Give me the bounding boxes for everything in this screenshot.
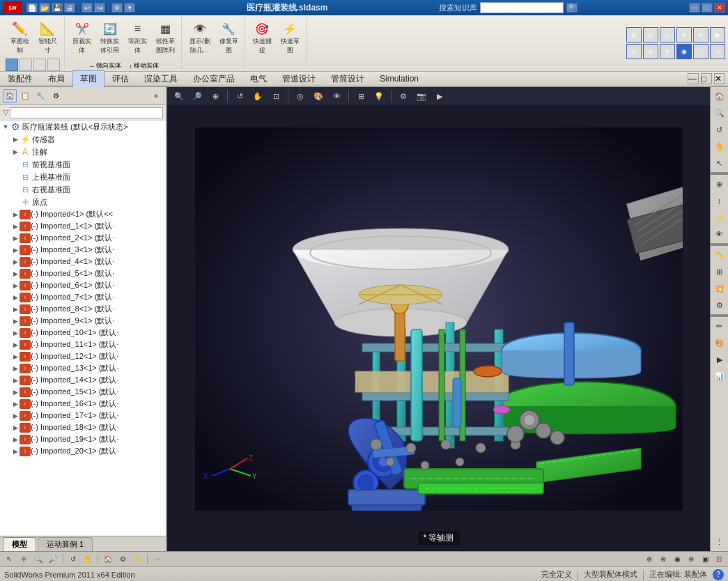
menu-electrical[interactable]: 电气 <box>242 70 274 88</box>
panel-close-btn[interactable]: ✕ <box>714 73 725 84</box>
panel-btn-feature[interactable]: 📋 <box>18 89 32 103</box>
sidebar-btn-home[interactable]: 🏠 <box>712 88 727 104</box>
sidebar-btn-measure[interactable]: 📏 <box>712 247 727 263</box>
tree-origin[interactable]: ✛ 原点 <box>10 196 166 208</box>
sidebar-btn-pan[interactable]: ✋ <box>712 139 727 154</box>
print-btn[interactable]: 🖨 <box>64 3 75 13</box>
redo-btn[interactable]: ↪ <box>94 3 105 13</box>
tree-imported-5[interactable]: ▶ i (-) Imported_5<1> (默认· <box>10 268 166 279</box>
model-tab[interactable]: 模型 <box>3 537 36 551</box>
sidebar-btn-motion[interactable]: ▶ <box>712 352 727 367</box>
menu-sketch[interactable]: 草图 <box>72 70 104 88</box>
tree-imported-9[interactable]: ▶ i (-) Imported_9<1> (默认· <box>10 315 166 327</box>
tool-part[interactable]: 🏠 <box>102 553 114 566</box>
tool-pan[interactable]: ✋ <box>82 553 94 566</box>
status-icon-5[interactable]: ▣ <box>699 553 711 566</box>
statusbar-help[interactable]: ? <box>713 569 724 580</box>
vp-camera[interactable]: 📷 <box>414 88 429 104</box>
sidebar-btn-design[interactable]: ✏ <box>712 318 727 334</box>
tree-imported-11[interactable]: ▶ i (-) Imported_11<1> (默认· <box>10 339 166 350</box>
tb-btn-2[interactable]: ⊟ <box>643 27 658 42</box>
menu-assembly[interactable]: 装配件 <box>0 70 40 88</box>
sidebar-btn-hide[interactable]: 👁 <box>712 226 727 242</box>
sidebar-btn-sim[interactable]: 📊 <box>712 369 727 384</box>
tool-select[interactable]: ↖ <box>3 553 15 566</box>
tool-measure[interactable]: 📏 <box>131 553 144 566</box>
vp-view-orient[interactable]: ◎ <box>293 88 308 104</box>
filter-input[interactable] <box>10 107 163 118</box>
sidebar-btn-rotate[interactable]: ↺ <box>712 122 727 137</box>
sidebar-btn-config[interactable]: ⚙ <box>712 297 727 313</box>
viewport[interactable]: 🔍 🔎 ⊕ ↺ ✋ ⊡ ◎ 🎨 👁 ⊞ 💡 ⚙ 📷 ▶ <box>167 87 710 551</box>
tree-imported-15[interactable]: ▶ i (-) Imported_15<1> (默认· <box>10 386 166 398</box>
repair-btn[interactable]: 🔧 修复草图 <box>216 18 242 57</box>
tool-assembly[interactable]: ⚙ <box>116 553 129 566</box>
panel-restore-btn[interactable]: □ <box>701 73 712 84</box>
tree-notes[interactable]: ▶ A 注解 <box>10 146 166 158</box>
vp-extra[interactable]: ▶ <box>432 88 447 104</box>
tool-cursor[interactable]: ✛ <box>17 553 30 566</box>
menu-office[interactable]: 办公室产品 <box>185 70 242 88</box>
vp-pan[interactable]: ✋ <box>250 88 265 104</box>
undo-btn[interactable]: ↩ <box>82 3 93 13</box>
tree-imported-19[interactable]: ▶ i (-) Imported_19<1> (默认· <box>10 433 166 445</box>
tb-btn-4[interactable]: ⊕ <box>676 27 692 42</box>
maximize-btn[interactable]: □ <box>702 3 713 13</box>
tb-btn-11[interactable]: ◌ <box>693 44 708 59</box>
menu-simulation[interactable]: Simulation <box>372 71 426 86</box>
save-btn[interactable]: 💾 <box>52 3 63 13</box>
tree-imported-17[interactable]: ▶ i (-) Imported_17<1> (默认· <box>10 410 166 421</box>
vp-display-style[interactable]: 🎨 <box>311 88 326 104</box>
vp-lighting[interactable]: 💡 <box>371 88 387 104</box>
tree-imported-4[interactable]: ▶ i (-) Imported_4<1> (默认· <box>10 256 166 268</box>
sidebar-btn-select[interactable]: ↖ <box>712 155 727 171</box>
menu-piping[interactable]: 管道设计 <box>274 70 323 88</box>
vp-zoom-in[interactable]: 🔍 <box>171 88 187 104</box>
tool-zoom-in[interactable]: 🔍 <box>32 553 45 566</box>
tree-top-plane[interactable]: ⊟ 上视基准面 <box>10 171 166 183</box>
tree-imported-7[interactable]: ▶ i (-) Imported_7<1> (默认· <box>10 291 166 303</box>
status-icon-4[interactable]: ⊛ <box>685 553 697 566</box>
expand-btn[interactable]: » <box>710 44 725 59</box>
offset-btn[interactable]: ≡ 等距实体 <box>125 18 150 57</box>
tb-btn-3[interactable]: ◎ <box>660 27 675 42</box>
status-icon-6[interactable]: ⊡ <box>713 553 725 566</box>
arc-tool[interactable] <box>47 59 60 71</box>
menu-tube[interactable]: 管筒设计 <box>323 70 372 88</box>
tree-imported-20[interactable]: ▶ i (-) Imported_20<1> (默认· <box>10 445 166 457</box>
trim-btn[interactable]: ✂️ 剪裁实体 <box>69 18 95 57</box>
menu-layout[interactable]: 布局 <box>40 70 72 88</box>
tree-imported-8[interactable]: ▶ i (-) Imported_8<1> (默认· <box>10 303 166 315</box>
sidebar-btn-extra[interactable]: ⋮ <box>712 534 727 550</box>
tb-btn-5[interactable]: ⊗ <box>693 27 708 42</box>
open-btn[interactable]: 📂 <box>39 3 50 13</box>
tree-imported-0[interactable]: ▶ i (-) Imported<1> (默认<< <box>10 208 166 220</box>
sidebar-btn-move[interactable]: ↕ <box>712 193 727 208</box>
vp-zoom-fit[interactable]: ⊕ <box>208 88 223 104</box>
tb-btn-10[interactable]: ◉ <box>676 44 692 59</box>
tree-imported-3[interactable]: ▶ i (-) Imported_3<1> (默认· <box>10 244 166 256</box>
smart-dim-btn[interactable]: 📐 智能尺寸 <box>35 18 61 57</box>
quick-sketch-btn[interactable]: ⚡ 快速草图 <box>277 18 303 57</box>
sidebar-btn-explode[interactable]: 💥 <box>712 281 727 296</box>
tool-rotate[interactable]: ↺ <box>67 553 79 566</box>
motion-tab[interactable]: 运动算例 1 <box>38 537 93 551</box>
tb-btn-6[interactable]: ▶ <box>710 27 725 42</box>
tree-imported-18[interactable]: ▶ i (-) Imported_18<1> (默认· <box>10 421 166 433</box>
status-icon-1[interactable]: ⊕ <box>643 553 656 566</box>
status-icon-3[interactable]: ◉ <box>671 553 683 566</box>
sketch-draw-btn[interactable]: ✏️ 草图绘制 <box>7 18 33 57</box>
rebuild-btn[interactable]: ⚙ <box>111 3 123 13</box>
menu-render[interactable]: 渲染工具 <box>137 70 185 88</box>
vp-hide-show[interactable]: 👁 <box>329 88 344 104</box>
tb-btn-1[interactable]: ⊞ <box>626 27 642 42</box>
status-icon-2[interactable]: ⊗ <box>657 553 669 566</box>
sidebar-btn-render[interactable]: 🎨 <box>712 335 727 350</box>
convert-btn[interactable]: 🔄 转换实体引用 <box>97 18 123 57</box>
minimize-btn[interactable]: — <box>689 3 700 13</box>
tree-imported-6[interactable]: ▶ i (-) Imported_6<1> (默认· <box>10 279 166 291</box>
panel-btn-property[interactable]: 🔧 <box>33 89 47 103</box>
line-tool[interactable] <box>33 59 46 71</box>
close-btn[interactable]: ✕ <box>714 3 725 13</box>
show-delete-btn[interactable]: 👁️ 显示/删除几… <box>186 18 214 57</box>
